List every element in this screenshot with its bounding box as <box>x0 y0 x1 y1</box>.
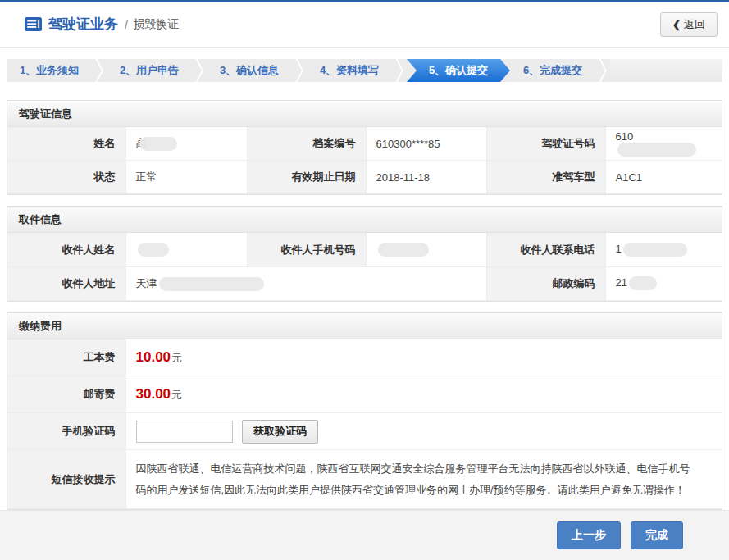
license-section-title: 驾驶证信息 <box>7 101 722 127</box>
footer-bar: 上一步 完成 <box>0 510 729 560</box>
fees-table: 工本费 10.00元 邮寄费 30.00元 手机验证码 获取验证码 短信接收提 <box>7 339 722 509</box>
redaction-blob <box>138 243 169 257</box>
redaction-blob <box>623 243 687 257</box>
finish-button[interactable]: 完成 <box>631 521 683 549</box>
postage-fee-label: 邮寄费 <box>7 376 125 413</box>
redaction-blob <box>378 243 429 257</box>
back-button[interactable]: ❮ 返回 <box>660 12 718 37</box>
table-row: 收件人地址 天津 邮政编码 21 <box>7 266 722 300</box>
table-row: 短信接收提示 因陕西省联通、电信运营商技术问题，陕西省互联网交通安全综合服务管理… <box>7 450 722 509</box>
vehicle-class-label: 准驾车型 <box>486 161 605 194</box>
postcode-value: 21 <box>605 266 722 300</box>
table-row: 手机验证码 获取验证码 <box>7 413 722 450</box>
step-3-confirm-info[interactable]: 3、确认信息 <box>207 59 292 82</box>
license-info-table: 姓名 高 档案编号 610300****85 驾驶证号码 610 状态 正常 有… <box>7 127 722 195</box>
sms-notice-text: 因陕西省联通、电信运营商技术问题，陕西省互联网交通安全综合服务管理平台无法向持陕… <box>125 450 722 509</box>
table-row: 收件人姓名 收件人手机号码 收件人联系电话 1 <box>7 233 722 266</box>
step-navigation: 1、业务须知 2、用户申告 3、确认信息 4、资料填写 5、确认提交 6、完成提… <box>7 59 722 82</box>
page-title: 驾驶证业务 <box>48 15 118 34</box>
recipient-name-value <box>125 233 247 266</box>
name-value: 高 <box>125 127 247 161</box>
status-value: 正常 <box>125 161 247 194</box>
mobile-label: 收件人手机号码 <box>247 233 366 266</box>
redaction-blob <box>617 143 696 157</box>
step-separator <box>92 59 107 82</box>
work-fee-value: 10.00元 <box>125 339 722 376</box>
fees-section: 缴纳费用 工本费 10.00元 邮寄费 30.00元 手机验证码 获取验证码 <box>7 312 722 510</box>
address-label: 收件人地址 <box>7 266 125 300</box>
redaction-blob <box>159 277 264 291</box>
postcode-label: 邮政编码 <box>486 266 605 300</box>
list-icon <box>25 17 42 31</box>
back-button-label: 返回 <box>684 17 705 32</box>
redaction-blob <box>629 276 657 290</box>
table-row: 工本费 10.00元 <box>7 339 722 376</box>
step-separator <box>192 59 207 82</box>
back-chevron-icon: ❮ <box>672 19 681 30</box>
step-bar-filler <box>610 59 722 82</box>
postage-fee-unit: 元 <box>171 389 182 401</box>
page-subtitle: 损毁换证 <box>133 17 179 32</box>
contact-phone-value: 1 <box>605 233 722 266</box>
sms-code-label: 手机验证码 <box>7 413 125 450</box>
table-row: 状态 正常 有效期止日期 2018-11-18 准驾车型 A1C1 <box>7 161 722 194</box>
step-4-fill-data[interactable]: 4、资料填写 <box>307 59 392 82</box>
step-separator <box>392 59 407 82</box>
sms-code-cell: 获取验证码 <box>125 413 722 450</box>
sms-notice-label: 短信接收提示 <box>7 450 125 509</box>
license-info-section: 驾驶证信息 姓名 高 档案编号 610300****85 驾驶证号码 610 状… <box>7 100 722 196</box>
work-fee-amount: 10.00 <box>136 349 171 365</box>
postage-fee-amount: 30.00 <box>136 386 171 402</box>
expiry-label: 有效期止日期 <box>247 161 366 194</box>
get-sms-code-button[interactable]: 获取验证码 <box>242 420 318 444</box>
vehicle-class-value: A1C1 <box>605 161 722 194</box>
address-value: 天津 <box>125 266 486 300</box>
postage-fee-value: 30.00元 <box>125 376 722 413</box>
work-fee-label: 工本费 <box>7 339 125 376</box>
title-divider: / <box>125 17 128 31</box>
work-fee-unit: 元 <box>171 352 182 364</box>
recipient-name-label: 收件人姓名 <box>7 233 125 266</box>
table-row: 姓名 高 档案编号 610300****85 驾驶证号码 610 <box>7 127 722 161</box>
step-separator <box>292 59 307 82</box>
license-no-label: 驾驶证号码 <box>486 127 605 161</box>
page: 驾驶证业务 / 损毁换证 ❮ 返回 1、业务须知 2、用户申告 3、确认信息 4… <box>0 0 729 560</box>
pickup-info-section: 取件信息 收件人姓名 收件人手机号码 收件人联系电话 1 收件人地址 天津 邮政… <box>7 206 722 302</box>
status-label: 状态 <box>7 161 125 194</box>
step-1-business-notice[interactable]: 1、业务须知 <box>7 59 92 82</box>
file-no-label: 档案编号 <box>247 127 366 161</box>
pickup-section-title: 取件信息 <box>7 207 722 233</box>
table-row: 邮寄费 30.00元 <box>7 376 722 413</box>
file-no-value: 610300****85 <box>366 127 486 161</box>
step-5-confirm-submit-active[interactable]: 5、确认提交 <box>407 59 510 82</box>
contact-phone-label: 收件人联系电话 <box>486 233 605 266</box>
expiry-value: 2018-11-18 <box>366 161 486 194</box>
sms-code-input[interactable] <box>136 421 233 443</box>
license-no-value: 610 <box>605 127 722 161</box>
step-separator <box>595 59 610 82</box>
pickup-info-table: 收件人姓名 收件人手机号码 收件人联系电话 1 收件人地址 天津 邮政编码 21 <box>7 233 722 301</box>
step-6-complete-submit[interactable]: 6、完成提交 <box>510 59 595 82</box>
redaction-blob <box>139 137 177 151</box>
step-2-user-declaration[interactable]: 2、用户申告 <box>107 59 192 82</box>
name-label: 姓名 <box>7 127 125 161</box>
mobile-value <box>366 233 486 266</box>
page-header: 驾驶证业务 / 损毁换证 ❮ 返回 <box>0 2 729 48</box>
previous-step-button[interactable]: 上一步 <box>557 521 621 549</box>
fees-section-title: 缴纳费用 <box>7 313 722 339</box>
